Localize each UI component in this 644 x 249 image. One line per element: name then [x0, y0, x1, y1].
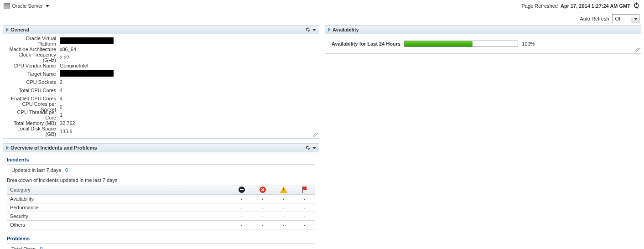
- cell-category: Others: [7, 221, 231, 229]
- general-row-value: 2: [60, 79, 62, 85]
- updated-value-link[interactable]: 0: [65, 167, 68, 173]
- total-open-label: Total Open: [11, 246, 36, 249]
- cell-count: -: [252, 221, 273, 229]
- cell-count: -: [252, 212, 273, 221]
- general-row: CPU Vendor NameGenuineIntel: [7, 62, 315, 70]
- availability-panel: Availability Availability for Last 24 Ho…: [325, 25, 641, 54]
- general-panel: General Oracle Virtual PlatformMachine A…: [3, 25, 319, 139]
- general-row-value: 133.6: [60, 129, 73, 134]
- page-refreshed-value: Apr 17, 2014 1:27:24 AM GMT: [561, 3, 630, 9]
- cell-count: -: [252, 203, 273, 212]
- general-row: Total CPU Cores4: [7, 86, 315, 94]
- cell-count: -: [273, 221, 294, 229]
- general-title: General: [10, 27, 29, 32]
- table-row: Security----: [7, 212, 315, 221]
- availability-percent: 100%: [522, 41, 535, 47]
- general-row-label: Machine Architecture: [7, 47, 60, 52]
- general-row-label: Total Memory (MB): [7, 120, 60, 126]
- collapse-toggle-icon[interactable]: [328, 27, 331, 32]
- auto-refresh-label: Auto Refresh: [580, 16, 609, 21]
- resize-grip-icon[interactable]: [635, 48, 640, 52]
- cell-category: Security: [7, 212, 231, 221]
- general-row: CPU Threads per Core1: [7, 111, 315, 119]
- collapse-toggle-icon[interactable]: [6, 27, 9, 32]
- refresh-icon: [633, 2, 640, 9]
- table-row: Availability----: [7, 195, 315, 203]
- general-row-value: 2: [60, 104, 62, 109]
- incidents-heading: Incidents: [7, 155, 315, 165]
- cell-count: -: [231, 212, 252, 221]
- general-row: CPU Sockets2: [7, 78, 315, 86]
- breakdown-caption: Breakdown of incidents updated in the la…: [7, 177, 315, 183]
- collapse-toggle-icon[interactable]: [6, 145, 9, 150]
- fatal-icon: [239, 187, 245, 193]
- general-row-value: 2.27: [60, 55, 69, 60]
- general-row-label: Clock Frequency (GHz): [7, 52, 60, 63]
- cell-count: -: [252, 195, 273, 203]
- gear-icon: [305, 145, 311, 150]
- table-row: Others----: [7, 221, 315, 229]
- server-label: Oracle Server: [12, 3, 43, 9]
- col-warning: [273, 185, 294, 195]
- redacted-value: [60, 70, 114, 77]
- general-row-label: CPU Threads per Core: [7, 109, 60, 120]
- incidents-panel: Overview of Incidents and Problems Incid…: [3, 143, 319, 249]
- total-open-value-link[interactable]: 0: [40, 246, 42, 249]
- general-row-label: Total CPU Cores: [7, 88, 60, 93]
- cell-count: -: [294, 203, 315, 212]
- availability-fill: [405, 41, 473, 47]
- refresh-button[interactable]: [633, 2, 640, 10]
- general-row-value: 32,762: [60, 120, 75, 126]
- general-row-value: [60, 70, 114, 78]
- general-row-value: [60, 37, 114, 45]
- cell-count: -: [294, 212, 315, 221]
- cell-count: -: [294, 221, 315, 229]
- panel-settings-button[interactable]: [305, 27, 316, 32]
- table-row: Performance----: [7, 203, 315, 212]
- general-row: Clock Frequency (GHz)2.27: [7, 53, 315, 62]
- col-category: Category: [7, 185, 231, 195]
- general-row-value: GenuineIntel: [60, 63, 88, 68]
- warning-icon: [280, 187, 287, 193]
- col-escalated: [294, 185, 315, 195]
- incidents-panel-title: Overview of Incidents and Problems: [10, 145, 97, 150]
- cell-count: -: [273, 203, 294, 212]
- cell-count: -: [231, 221, 252, 229]
- chevron-down-icon: [312, 29, 316, 31]
- general-row-label: CPU Sockets: [7, 79, 60, 85]
- problems-heading: Problems: [7, 234, 315, 244]
- general-row: Target Name: [7, 70, 315, 78]
- general-row-value: 4: [60, 96, 62, 101]
- flag-icon: [301, 187, 308, 193]
- updated-label: Updated in last 7 days: [11, 167, 61, 173]
- col-fatal: [231, 185, 252, 195]
- availability-label: Availability for Last 24 Hours: [332, 41, 400, 47]
- general-row-value: 1: [60, 112, 62, 118]
- general-row-label: Oracle Virtual Platform: [7, 36, 60, 47]
- general-row-label: Local Disk Space (GB): [7, 126, 60, 137]
- auto-refresh-value: Off: [613, 16, 631, 21]
- auto-refresh-select[interactable]: Off: [612, 14, 639, 23]
- general-row-label: Target Name: [7, 71, 60, 77]
- resize-grip-icon[interactable]: [313, 133, 318, 137]
- server-menu[interactable]: Oracle Server: [4, 3, 49, 9]
- cell-count: -: [231, 203, 252, 212]
- critical-icon: [260, 187, 266, 193]
- cell-count: -: [294, 195, 315, 203]
- availability-bar: [404, 41, 518, 47]
- redacted-value: [60, 37, 114, 44]
- general-row: Oracle Virtual Platform: [7, 37, 315, 45]
- cell-count: -: [273, 195, 294, 203]
- chevron-down-icon: [631, 15, 639, 23]
- general-row-label: Enabled CPU Cores: [7, 96, 60, 101]
- server-icon: [4, 3, 10, 9]
- general-row-value: 4: [60, 88, 62, 93]
- page-refreshed-label: Page Refreshed: [521, 3, 558, 9]
- general-row: Local Disk Space (GB)133.6: [7, 127, 315, 135]
- chevron-down-icon: [46, 5, 49, 7]
- cell-category: Performance: [7, 203, 231, 212]
- panel-settings-button[interactable]: [305, 145, 316, 150]
- availability-empty: [473, 41, 518, 47]
- cell-category: Availability: [7, 195, 231, 203]
- cell-count: -: [273, 212, 294, 221]
